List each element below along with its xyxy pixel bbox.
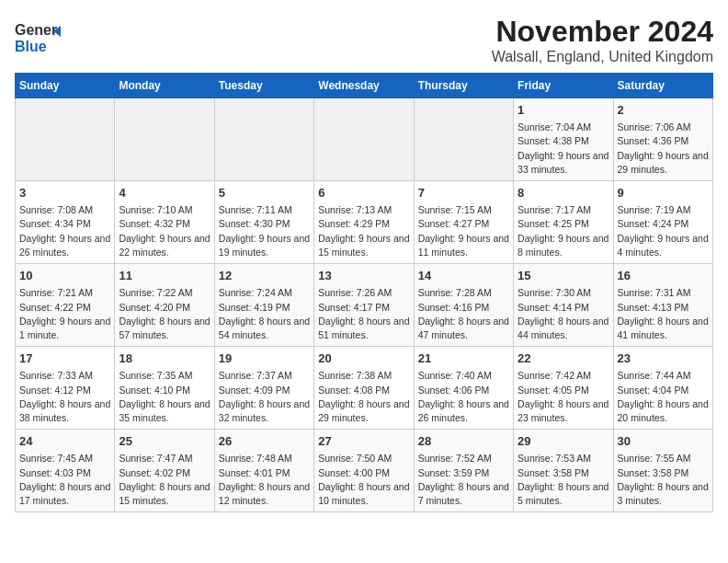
day-number: 3 [19, 185, 110, 201]
day-info: Sunrise: 7:28 AM Sunset: 4:16 PM Dayligh… [418, 286, 509, 342]
day-info: Sunrise: 7:48 AM Sunset: 4:01 PM Dayligh… [219, 452, 310, 508]
logo: General Blue [15, 15, 61, 61]
calendar-cell: 29Sunrise: 7:53 AM Sunset: 3:58 PM Dayli… [514, 430, 613, 512]
calendar-cell [16, 98, 115, 181]
day-number: 11 [119, 268, 210, 284]
day-number: 14 [418, 268, 509, 284]
day-info: Sunrise: 7:21 AM Sunset: 4:22 PM Dayligh… [19, 286, 110, 342]
calendar-cell: 14Sunrise: 7:28 AM Sunset: 4:16 PM Dayli… [414, 264, 513, 347]
calendar-cell [214, 98, 313, 181]
day-info: Sunrise: 7:17 AM Sunset: 4:25 PM Dayligh… [518, 203, 609, 259]
day-info: Sunrise: 7:15 AM Sunset: 4:27 PM Dayligh… [418, 203, 509, 259]
calendar-cell: 18Sunrise: 7:35 AM Sunset: 4:10 PM Dayli… [115, 347, 214, 430]
weekday-header-row: SundayMondayTuesdayWednesdayThursdayFrid… [16, 74, 713, 98]
calendar-cell: 7Sunrise: 7:15 AM Sunset: 4:27 PM Daylig… [414, 181, 513, 264]
day-number: 18 [119, 350, 210, 367]
calendar-cell [414, 98, 513, 181]
weekday-header: Saturday [613, 74, 712, 98]
calendar-cell: 28Sunrise: 7:52 AM Sunset: 3:59 PM Dayli… [414, 430, 513, 512]
day-info: Sunrise: 7:44 AM Sunset: 4:04 PM Dayligh… [618, 369, 709, 425]
day-info: Sunrise: 7:31 AM Sunset: 4:13 PM Dayligh… [618, 286, 709, 342]
calendar-cell: 5Sunrise: 7:11 AM Sunset: 4:30 PM Daylig… [214, 181, 313, 264]
day-number: 27 [318, 433, 409, 450]
calendar-cell: 12Sunrise: 7:24 AM Sunset: 4:19 PM Dayli… [214, 264, 313, 347]
weekday-header: Thursday [414, 74, 513, 98]
calendar-cell: 8Sunrise: 7:17 AM Sunset: 4:25 PM Daylig… [514, 181, 613, 264]
day-info: Sunrise: 7:04 AM Sunset: 4:38 PM Dayligh… [518, 121, 609, 177]
day-number: 7 [418, 185, 509, 201]
day-number: 28 [418, 433, 509, 450]
day-info: Sunrise: 7:55 AM Sunset: 3:58 PM Dayligh… [618, 452, 709, 508]
day-number: 10 [19, 268, 110, 284]
calendar-week-row: 10Sunrise: 7:21 AM Sunset: 4:22 PM Dayli… [16, 264, 713, 347]
calendar-cell: 24Sunrise: 7:45 AM Sunset: 4:03 PM Dayli… [16, 430, 115, 512]
day-info: Sunrise: 7:35 AM Sunset: 4:10 PM Dayligh… [119, 369, 210, 425]
day-number: 26 [219, 433, 310, 450]
day-info: Sunrise: 7:26 AM Sunset: 4:17 PM Dayligh… [318, 286, 409, 342]
day-number: 21 [418, 350, 509, 367]
day-info: Sunrise: 7:10 AM Sunset: 4:32 PM Dayligh… [119, 203, 210, 259]
weekday-header: Wednesday [314, 74, 414, 98]
calendar-cell: 17Sunrise: 7:33 AM Sunset: 4:12 PM Dayli… [16, 347, 115, 430]
day-number: 30 [618, 433, 709, 450]
month-title: November 2024 [492, 15, 713, 49]
day-info: Sunrise: 7:52 AM Sunset: 3:59 PM Dayligh… [418, 452, 509, 508]
day-number: 8 [518, 185, 609, 201]
day-number: 1 [518, 102, 609, 119]
day-number: 4 [119, 185, 210, 201]
calendar-cell: 20Sunrise: 7:38 AM Sunset: 4:08 PM Dayli… [314, 347, 414, 430]
day-info: Sunrise: 7:13 AM Sunset: 4:29 PM Dayligh… [318, 203, 409, 259]
calendar-cell: 10Sunrise: 7:21 AM Sunset: 4:22 PM Dayli… [16, 264, 115, 347]
calendar-cell: 9Sunrise: 7:19 AM Sunset: 4:24 PM Daylig… [613, 181, 712, 264]
day-number: 29 [518, 433, 609, 450]
calendar-table: SundayMondayTuesdayWednesdayThursdayFrid… [15, 73, 713, 512]
day-info: Sunrise: 7:37 AM Sunset: 4:09 PM Dayligh… [219, 369, 310, 425]
day-info: Sunrise: 7:08 AM Sunset: 4:34 PM Dayligh… [19, 203, 110, 259]
day-info: Sunrise: 7:19 AM Sunset: 4:24 PM Dayligh… [618, 203, 709, 259]
calendar-cell: 3Sunrise: 7:08 AM Sunset: 4:34 PM Daylig… [16, 181, 115, 264]
calendar-cell: 13Sunrise: 7:26 AM Sunset: 4:17 PM Dayli… [314, 264, 414, 347]
day-number: 5 [219, 185, 310, 201]
location-subtitle: Walsall, England, United Kingdom [492, 49, 713, 65]
day-number: 15 [518, 268, 609, 284]
logo-icon: General Blue [15, 15, 61, 61]
weekday-header: Sunday [16, 74, 115, 98]
calendar-cell: 19Sunrise: 7:37 AM Sunset: 4:09 PM Dayli… [214, 347, 313, 430]
day-number: 17 [19, 350, 110, 367]
header: General Blue November 2024 Walsall, Engl… [15, 15, 713, 65]
calendar-week-row: 3Sunrise: 7:08 AM Sunset: 4:34 PM Daylig… [16, 181, 713, 264]
day-info: Sunrise: 7:22 AM Sunset: 4:20 PM Dayligh… [119, 286, 210, 342]
calendar-cell [314, 98, 414, 181]
calendar-cell: 23Sunrise: 7:44 AM Sunset: 4:04 PM Dayli… [613, 347, 712, 430]
day-number: 25 [119, 433, 210, 450]
calendar-cell: 4Sunrise: 7:10 AM Sunset: 4:32 PM Daylig… [115, 181, 214, 264]
weekday-header: Friday [514, 74, 613, 98]
day-info: Sunrise: 7:40 AM Sunset: 4:06 PM Dayligh… [418, 369, 509, 425]
calendar-cell: 6Sunrise: 7:13 AM Sunset: 4:29 PM Daylig… [314, 181, 414, 264]
day-info: Sunrise: 7:30 AM Sunset: 4:14 PM Dayligh… [518, 286, 609, 342]
day-info: Sunrise: 7:53 AM Sunset: 3:58 PM Dayligh… [518, 452, 609, 508]
calendar-week-row: 24Sunrise: 7:45 AM Sunset: 4:03 PM Dayli… [16, 430, 713, 512]
calendar-cell: 27Sunrise: 7:50 AM Sunset: 4:00 PM Dayli… [314, 430, 414, 512]
day-info: Sunrise: 7:38 AM Sunset: 4:08 PM Dayligh… [318, 369, 409, 425]
calendar-cell [115, 98, 214, 181]
day-number: 16 [618, 268, 709, 284]
day-info: Sunrise: 7:33 AM Sunset: 4:12 PM Dayligh… [19, 369, 110, 425]
day-number: 22 [518, 350, 609, 367]
calendar-week-row: 17Sunrise: 7:33 AM Sunset: 4:12 PM Dayli… [16, 347, 713, 430]
day-info: Sunrise: 7:42 AM Sunset: 4:05 PM Dayligh… [518, 369, 609, 425]
calendar-cell: 25Sunrise: 7:47 AM Sunset: 4:02 PM Dayli… [115, 430, 214, 512]
day-info: Sunrise: 7:45 AM Sunset: 4:03 PM Dayligh… [19, 452, 110, 508]
svg-text:General: General [15, 22, 61, 38]
weekday-header: Monday [115, 74, 214, 98]
day-number: 13 [318, 268, 409, 284]
day-number: 9 [618, 185, 709, 201]
day-info: Sunrise: 7:11 AM Sunset: 4:30 PM Dayligh… [219, 203, 310, 259]
calendar-cell: 26Sunrise: 7:48 AM Sunset: 4:01 PM Dayli… [214, 430, 313, 512]
day-info: Sunrise: 7:50 AM Sunset: 4:00 PM Dayligh… [318, 452, 409, 508]
day-number: 23 [618, 350, 709, 367]
day-number: 12 [219, 268, 310, 284]
calendar-cell: 21Sunrise: 7:40 AM Sunset: 4:06 PM Dayli… [414, 347, 513, 430]
calendar-week-row: 1Sunrise: 7:04 AM Sunset: 4:38 PM Daylig… [16, 98, 713, 181]
calendar-cell: 2Sunrise: 7:06 AM Sunset: 4:36 PM Daylig… [613, 98, 712, 181]
